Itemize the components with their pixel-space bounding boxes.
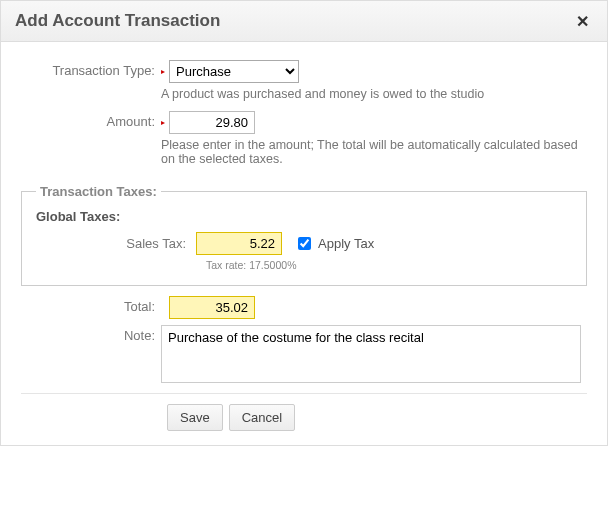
transaction-taxes-legend: Transaction Taxes: — [36, 184, 161, 199]
label-total: Total: — [21, 296, 161, 314]
global-taxes-heading: Global Taxes: — [36, 209, 572, 224]
label-sales-tax: Sales Tax: — [36, 236, 196, 251]
dialog-title: Add Account Transaction — [15, 11, 220, 31]
required-marker: ▸ — [161, 118, 167, 127]
row-amount: Amount: ▸ Please enter in the amount; Th… — [21, 111, 587, 166]
label-amount: Amount: — [21, 111, 161, 129]
cancel-button[interactable]: Cancel — [229, 404, 295, 431]
row-total: Total: ▸ — [21, 296, 587, 319]
divider — [21, 393, 587, 394]
sales-tax-input[interactable] — [196, 232, 282, 255]
label-transaction-type: Transaction Type: — [21, 60, 161, 78]
transaction-taxes-fieldset: Transaction Taxes: Global Taxes: Sales T… — [21, 184, 587, 286]
row-transaction-type: Transaction Type: ▸ Purchase A product w… — [21, 60, 587, 101]
amount-input[interactable] — [169, 111, 255, 134]
close-icon[interactable]: ✕ — [572, 12, 593, 31]
amount-help: Please enter in the amount; The total wi… — [161, 138, 587, 166]
required-marker: ▸ — [161, 67, 167, 76]
transaction-type-help: A product was purchased and money is owe… — [161, 87, 587, 101]
row-sales-tax: Sales Tax: Apply Tax — [36, 232, 572, 255]
dialog-body: Transaction Type: ▸ Purchase A product w… — [1, 42, 607, 445]
button-row: Save Cancel — [21, 404, 587, 431]
save-button[interactable]: Save — [167, 404, 223, 431]
dialog-header: Add Account Transaction ✕ — [1, 1, 607, 42]
note-textarea[interactable] — [161, 325, 581, 383]
apply-tax-wrap: Apply Tax — [294, 234, 374, 253]
row-note: Note: — [21, 325, 587, 383]
tax-rate-text: Tax rate: 17.5000% — [206, 259, 572, 271]
total-output — [169, 296, 255, 319]
apply-tax-label: Apply Tax — [318, 236, 374, 251]
label-note: Note: — [21, 325, 161, 343]
apply-tax-checkbox[interactable] — [298, 237, 311, 250]
transaction-type-select[interactable]: Purchase — [169, 60, 299, 83]
add-account-transaction-dialog: Add Account Transaction ✕ Transaction Ty… — [0, 0, 608, 446]
